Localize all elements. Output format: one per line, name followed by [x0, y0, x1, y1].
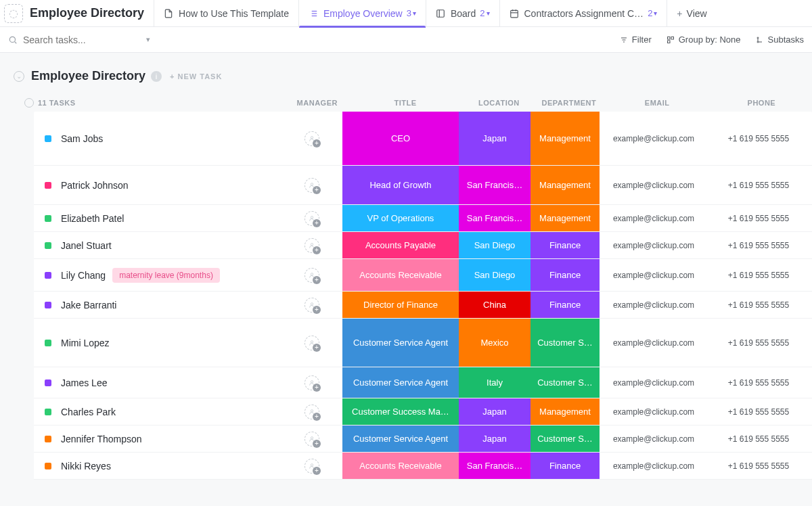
status-dot[interactable] — [45, 242, 51, 249]
assign-manager-icon[interactable] — [304, 298, 319, 313]
cell-title[interactable]: Accounts Receivable — [342, 259, 459, 291]
cell-title[interactable]: Director of Finance — [342, 292, 459, 318]
cell-email[interactable]: example@clickup.com — [600, 205, 708, 231]
groupby-button[interactable]: Group by: None — [667, 34, 741, 45]
assign-manager-icon[interactable] — [304, 405, 319, 419]
cell-phone[interactable]: +1 619 555 5555 — [708, 205, 809, 231]
cell-department[interactable]: Management — [531, 112, 600, 165]
tab-0[interactable]: How to Use This Template — [154, 0, 298, 27]
info-icon[interactable]: i — [151, 71, 162, 82]
cell-name[interactable]: Charles Park — [34, 398, 281, 425]
table-row[interactable]: Jennifer ThompsonCustomer Service AgentJ… — [34, 426, 812, 453]
cell-manager[interactable] — [281, 426, 342, 452]
cell-location[interactable]: San Francis… — [459, 166, 531, 204]
cell-manager[interactable] — [281, 398, 342, 425]
cell-department[interactable]: Management — [531, 166, 600, 204]
filter-button[interactable]: Filter — [620, 34, 652, 45]
cell-email[interactable]: example@clickup.com — [600, 426, 708, 452]
cell-department[interactable]: Customer S… — [531, 367, 600, 398]
cell-title[interactable]: Customer Service Agent — [342, 367, 459, 398]
tab-3[interactable]: Contractors Assignment C…2▾ — [499, 0, 667, 27]
cell-location[interactable]: Japan — [459, 426, 531, 452]
cell-department[interactable]: Management — [531, 205, 600, 231]
cell-name[interactable]: Janel Stuart — [34, 232, 281, 258]
cell-email[interactable]: example@clickup.com — [600, 259, 708, 291]
cell-name[interactable]: Patrick Johnson — [34, 166, 281, 204]
workspace-logo[interactable]: ◌ — [4, 4, 23, 23]
cell-phone[interactable]: +1 619 555 5555 — [708, 112, 809, 165]
table-row[interactable]: Elizabeth PatelVP of OperationsSan Franc… — [34, 205, 812, 232]
cell-email[interactable]: example@clickup.com — [600, 398, 708, 425]
cell-manager[interactable] — [281, 205, 342, 231]
cell-name[interactable]: Lily Changmaternity leave (9months) — [34, 259, 281, 291]
cell-phone[interactable]: +1 619 555 5555 — [708, 292, 809, 318]
cell-name[interactable]: James Lee — [34, 367, 281, 398]
header-email[interactable]: EMAIL — [604, 99, 711, 107]
cell-title[interactable]: Customer Success Ma… — [342, 398, 459, 425]
cell-location[interactable]: Japan — [459, 112, 531, 165]
cell-title[interactable]: Head of Growth — [342, 166, 459, 204]
cell-phone[interactable]: +1 619 555 5555 — [708, 232, 809, 258]
cell-location[interactable]: Mexico — [459, 319, 531, 367]
cell-email[interactable]: example@clickup.com — [600, 367, 708, 398]
add-view-button[interactable]: + View — [667, 0, 716, 27]
cell-location[interactable]: Japan — [459, 398, 531, 425]
header-title[interactable]: TITLE — [348, 99, 464, 107]
header-manager[interactable]: MANAGER — [287, 99, 348, 107]
table-row[interactable]: Lily Changmaternity leave (9months)Accou… — [34, 259, 812, 292]
assign-manager-icon[interactable] — [304, 238, 319, 253]
cell-manager[interactable] — [281, 166, 342, 204]
status-dot[interactable] — [45, 436, 51, 442]
cell-department[interactable]: Finance — [531, 292, 600, 318]
cell-name[interactable]: Jennifer Thompson — [34, 426, 281, 452]
new-task-button[interactable]: + NEW TASK — [170, 72, 222, 80]
chevron-down-icon[interactable]: ▾ — [413, 9, 416, 17]
search-box[interactable]: ▾ — [8, 34, 150, 45]
cell-name[interactable]: Nikki Reyes — [34, 453, 281, 479]
assign-manager-icon[interactable] — [304, 268, 319, 283]
cell-name[interactable]: Jake Barranti — [34, 292, 281, 318]
assign-manager-icon[interactable] — [304, 336, 319, 350]
cell-phone[interactable]: +1 619 555 5555 — [708, 453, 809, 479]
subtasks-button[interactable]: Subtasks — [756, 34, 804, 45]
table-row[interactable]: Janel StuartAccounts PayableSan DiegoFin… — [34, 232, 812, 259]
cell-phone[interactable]: +1 619 555 5555 — [708, 259, 809, 291]
status-dot[interactable] — [45, 215, 51, 222]
status-dot[interactable] — [45, 340, 51, 346]
cell-email[interactable]: example@clickup.com — [600, 319, 708, 367]
table-row[interactable]: Patrick JohnsonHead of GrowthSan Francis… — [34, 166, 812, 205]
header-location[interactable]: LOCATION — [464, 99, 535, 107]
cell-email[interactable]: example@clickup.com — [600, 453, 708, 479]
cell-manager[interactable] — [281, 292, 342, 318]
cell-location[interactable]: Italy — [459, 367, 531, 398]
status-dot[interactable] — [45, 409, 51, 415]
cell-title[interactable]: Accounts Receivable — [342, 453, 459, 479]
table-row[interactable]: Nikki ReyesAccounts ReceivableSan Franci… — [34, 453, 812, 480]
table-row[interactable]: James LeeCustomer Service AgentItalyCust… — [34, 367, 812, 398]
cell-manager[interactable] — [281, 232, 342, 258]
cell-title[interactable]: Customer Service Agent — [342, 426, 459, 452]
tab-2[interactable]: Board2▾ — [426, 0, 499, 27]
table-row[interactable]: Charles ParkCustomer Success Ma…JapanMan… — [34, 398, 812, 426]
cell-location[interactable]: China — [459, 292, 531, 318]
collapse-toggle[interactable]: ⌄ — [14, 71, 24, 82]
cell-location[interactable]: San Diego — [459, 259, 531, 291]
cell-department[interactable]: Customer S… — [531, 426, 600, 452]
table-row[interactable]: Sam JobsCEOJapanManagementexample@clicku… — [34, 112, 812, 166]
cell-manager[interactable] — [281, 453, 342, 479]
cell-manager[interactable] — [281, 112, 342, 165]
table-row[interactable]: Jake BarrantiDirector of FinanceChinaFin… — [34, 292, 812, 319]
cell-phone[interactable]: +1 619 555 5555 — [708, 319, 809, 367]
assign-manager-icon[interactable] — [304, 131, 319, 146]
cell-location[interactable]: San Francis… — [459, 453, 531, 479]
cell-name[interactable]: Elizabeth Patel — [34, 205, 281, 231]
cell-phone[interactable]: +1 619 555 5555 — [708, 426, 809, 452]
chevron-down-icon[interactable]: ▾ — [654, 9, 657, 17]
cell-phone[interactable]: +1 619 555 5555 — [708, 367, 809, 398]
status-dot[interactable] — [45, 182, 51, 189]
tab-1[interactable]: Employe Overview3▾ — [298, 0, 426, 27]
assign-manager-icon[interactable] — [304, 459, 319, 474]
cell-department[interactable]: Management — [531, 398, 600, 425]
cell-department[interactable]: Finance — [531, 453, 600, 479]
cell-department[interactable]: Finance — [531, 259, 600, 291]
